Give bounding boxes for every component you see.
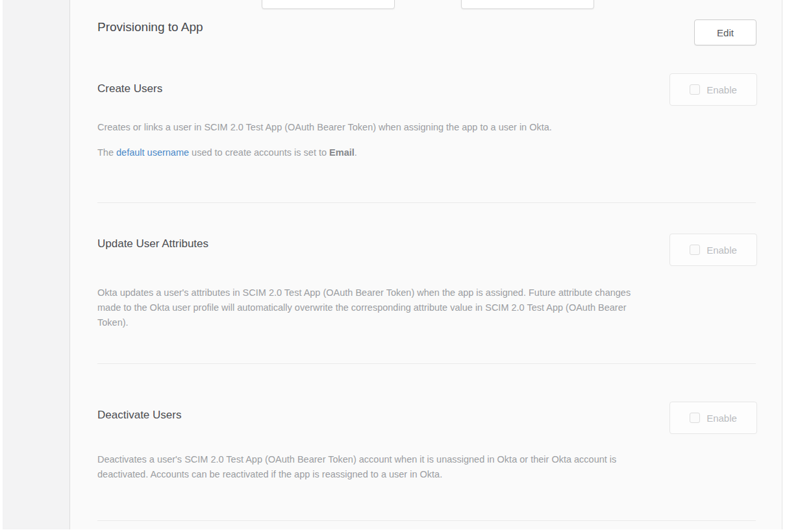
create-users-enable-toggle[interactable]: Enable [669,73,757,106]
edit-button[interactable]: Edit [694,19,756,45]
update-user-attributes-description: Okta updates a user's attributes in SCIM… [97,285,756,330]
note-prefix: The [97,147,116,158]
deactivate-description-line: deactivated. Accounts can be reactivated… [97,467,756,482]
provisioning-settings-panel: Provisioning to App Edit Enable Create U… [70,0,782,529]
create-users-description: Creates or links a user in SCIM 2.0 Test… [97,120,756,135]
text-input-partial-1[interactable] [262,0,395,9]
section-divider [97,520,756,521]
section-divider [97,202,756,203]
note-suffix: . [355,147,357,158]
create-users-enable-label: Enable [706,84,737,95]
deactivate-description-line: Deactivates a user's SCIM 2.0 Test App (… [97,452,756,467]
update-user-attributes-title: Update User Attributes [97,237,208,250]
deactivate-users-enable-label: Enable [706,413,737,424]
update-user-attributes-enable-toggle[interactable]: Enable [669,234,757,266]
create-users-note: The default username used to create acco… [97,145,756,160]
update-description-line: Token). [97,315,756,330]
deactivate-users-enable-checkbox[interactable] [690,413,700,423]
text-input-partial-2[interactable] [461,0,594,9]
page-title: Provisioning to App [97,20,203,34]
left-nav-panel [3,0,70,529]
deactivate-users-enable-toggle[interactable]: Enable [669,402,757,434]
update-description-line: Okta updates a user's attributes in SCIM… [97,285,756,300]
deactivate-users-title: Deactivate Users [97,409,181,422]
section-divider [97,363,756,364]
update-user-attributes-enable-checkbox[interactable] [690,245,700,255]
default-username-link[interactable]: default username [116,147,189,158]
create-users-title: Create Users [97,82,162,95]
create-users-enable-checkbox[interactable] [690,84,700,95]
edit-button-label: Edit [717,27,734,38]
create-users-description-line: Creates or links a user in SCIM 2.0 Test… [97,120,756,135]
deactivate-users-description: Deactivates a user's SCIM 2.0 Test App (… [97,452,756,482]
update-user-attributes-enable-label: Enable [706,245,737,256]
update-description-line: made to the Okta user profile will autom… [97,300,756,315]
note-email-value: Email [329,147,355,158]
note-middle: used to create accounts is set to [189,147,329,158]
